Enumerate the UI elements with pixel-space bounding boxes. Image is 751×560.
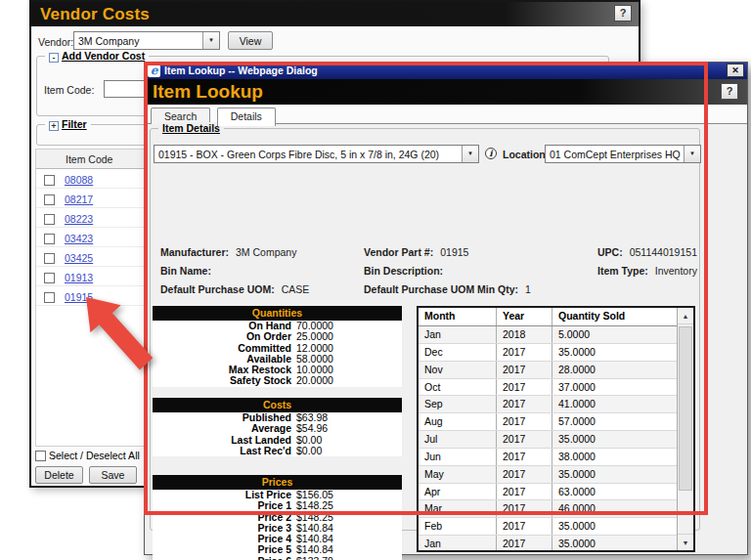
table-row: Jan 2018 5.0000 [419,326,693,344]
costs-header: Costs [153,398,402,412]
table-row: Oct 2017 37.0000 [419,379,693,397]
scrollbar[interactable]: ▲ ▼ [677,308,693,550]
table-row: Jul 2017 35.0000 [419,431,693,449]
vendor-costs-title: Vendor Costs [31,2,639,26]
info-column-2: Vendor Part #:01915Bin Description:Defau… [364,246,531,302]
dialog-titlebar[interactable]: e Item Lookup -- Webpage Dialog ✕ [145,63,747,79]
prices-section: Prices List Price$156.05Price 1$148.25Pr… [153,475,402,560]
usage-rows: Jan 2018 5.0000 Dec 2017 35.0000 Nov [419,326,693,552]
item-code-link[interactable]: 08088 [65,174,93,186]
item-code-link[interactable]: 01913 [65,272,93,283]
quantities-section: Quantities On Hand70.0000On Order25.0000… [153,306,402,387]
tab-details[interactable]: Details [217,108,276,126]
price-row: Price 1$148.25 [153,500,402,511]
add-vendor-cost-legend: Add Vendor Cost [62,50,145,62]
table-row: Aug 2017 57.0000 [419,413,693,431]
item-select[interactable]: 01915 - BOX - Green Corps Fibre Disc, 5 … [154,145,479,163]
dialog-title: Item Lookup -- Webpage Dialog [145,63,747,79]
filter-legend: Filter [62,118,87,130]
vendor-label: Vendor: [38,36,73,48]
scroll-down-icon[interactable]: ▼ [678,534,693,550]
table-row: Dec 2017 35.0000 [419,344,693,362]
info-field: Manufacturer:3M Company [160,246,309,265]
table-row: Jun 2017 38.0000 [419,449,693,466]
save-button[interactable]: Save [89,466,137,484]
usage-table: Month Year Quantity Sold Jan 2018 5.0000 [417,306,695,552]
info-column-1: Manufacturer:3M CompanyBin Name:Default … [160,246,309,302]
info-icon[interactable]: i [485,148,497,159]
info-field: Default Purchase UOM Min Qty:1 [364,283,531,302]
quantity-row: On Order25.0000 [153,331,402,342]
delete-button[interactable]: Delete [35,466,83,484]
item-details-legend: Item Details [158,122,224,134]
info-field: Bin Name: [160,265,309,283]
location-select[interactable]: 01 ComCept Enterprises HQ ▼ [545,145,701,163]
help-button[interactable]: ? [614,5,632,22]
vendor-select[interactable]: 3M Company ▼ [73,31,220,50]
column-month[interactable]: Month [419,308,497,325]
table-row: Feb 2017 35.0000 [419,518,693,536]
screen: Vendor Costs ? Vendor: 3M Company ▼ View… [0,0,751,560]
help-button[interactable]: ? [721,83,738,100]
prices-header: Prices [153,475,402,490]
row-checkbox[interactable] [44,234,55,244]
column-year[interactable]: Year [497,308,552,325]
internet-explorer-icon: e [148,65,160,77]
info-field: Default Purchase UOM:CASE [160,283,309,302]
cost-row: Last Rec'd$0.00 [153,446,402,456]
column-quantity-sold[interactable]: Quantity Sold [552,308,677,325]
table-row: May 2017 35.0000 [419,466,693,484]
info-field: Vendor Part #:01915 [364,246,531,265]
item-code-link[interactable]: 03423 [65,233,93,244]
usage-table-header: Month Year Quantity Sold [419,308,693,326]
info-column-3: UPC:051144019151Item Type:Inventory [597,246,697,283]
quantities-header: Quantities [153,306,402,321]
table-row: Mar 2017 46.0000 [419,500,693,518]
price-row: Price 6$133.79 [153,556,402,560]
tab-strip: Search Details [145,105,747,124]
collapse-icon[interactable]: - [49,53,59,63]
item-code-link[interactable]: 08217 [65,194,93,205]
select-all-checkbox[interactable] [35,451,46,461]
table-row: Jan 2017 35.0000 [419,536,693,552]
cost-row: Average$54.96 [153,423,402,434]
item-code-link[interactable]: 08223 [65,213,93,225]
item-code-label: Item Code: [44,84,94,96]
row-checkbox[interactable] [44,194,55,205]
info-field: Bin Description: [364,265,531,283]
page-title: Item Lookup [145,79,747,105]
dialog-header: Item Lookup ? [145,79,747,105]
expand-icon[interactable]: + [49,121,59,131]
item-lookup-dialog: e Item Lookup -- Webpage Dialog ✕ Item L… [144,62,748,555]
table-row: Nov 2017 28.0000 [419,362,693,379]
location-label: Location: [503,149,549,160]
close-icon[interactable]: ✕ [727,64,744,77]
view-button[interactable]: View [228,31,273,50]
info-field: Item Type:Inventory [597,265,697,283]
vendor-costs-titlebar: Vendor Costs ? [31,2,639,26]
item-code-link[interactable]: 03425 [65,252,93,264]
row-checkbox[interactable] [44,273,55,283]
chevron-down-icon: ▼ [462,146,478,162]
table-row: Apr 2017 63.0000 [419,484,693,501]
scroll-up-icon[interactable]: ▲ [678,308,693,324]
costs-section: Costs Published$63.98Average$54.96Last L… [153,398,402,456]
quantity-row: Safety Stock20.0000 [153,375,402,386]
row-checkbox[interactable] [44,253,55,264]
info-field: UPC:051144019151 [597,246,697,265]
dialog-body: Item Details 01915 - BOX - Green Corps F… [145,124,747,554]
scrollbar-thumb[interactable] [679,326,692,491]
chevron-down-icon: ▼ [684,146,700,162]
chevron-down-icon: ▼ [202,32,219,49]
table-row: Sep 2017 41.0000 [419,396,693,413]
red-arrow-annotation [52,291,159,389]
row-checkbox[interactable] [44,175,55,186]
row-checkbox[interactable] [44,214,55,225]
